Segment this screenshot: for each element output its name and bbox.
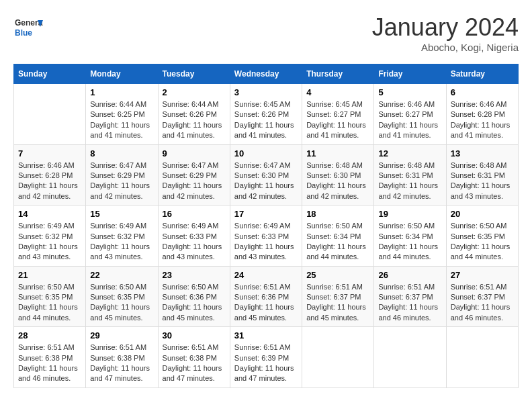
day-cell: 7 Sunrise: 6:46 AM Sunset: 6:28 PM Dayli… [14, 144, 86, 205]
day-info: Sunrise: 6:49 AM Sunset: 6:33 PM Dayligh… [234, 221, 298, 263]
day-info: Sunrise: 6:48 AM Sunset: 6:31 PM Dayligh… [451, 161, 514, 202]
daylight-text: Daylight: 11 hours and 44 minutes. [306, 242, 369, 263]
sunrise-text: Sunrise: 6:47 AM [163, 161, 226, 171]
day-cell: 4 Sunrise: 6:45 AM Sunset: 6:27 PM Dayli… [302, 84, 374, 145]
daylight-text: Daylight: 11 hours and 42 minutes. [163, 181, 226, 201]
sunrise-text: Sunrise: 6:44 AM [90, 99, 153, 109]
day-cell: 21 Sunrise: 6:50 AM Sunset: 6:35 PM Dayl… [14, 266, 86, 327]
sunrise-text: Sunrise: 6:49 AM [234, 221, 298, 231]
day-number: 14 [18, 209, 81, 219]
day-number: 20 [451, 209, 514, 219]
week-row-1: 1 Sunrise: 6:44 AM Sunset: 6:25 PM Dayli… [14, 84, 519, 145]
day-info: Sunrise: 6:49 AM Sunset: 6:33 PM Dayligh… [163, 221, 226, 263]
daylight-text: Daylight: 11 hours and 47 minutes. [234, 363, 298, 384]
header-cell-wednesday: Wednesday [230, 64, 302, 84]
sunset-text: Sunset: 6:37 PM [378, 292, 441, 302]
day-cell: 8 Sunrise: 6:47 AM Sunset: 6:29 PM Dayli… [86, 144, 158, 205]
sunrise-text: Sunrise: 6:51 AM [90, 342, 153, 353]
daylight-text: Daylight: 11 hours and 42 minutes. [234, 181, 298, 201]
day-cell: 18 Sunrise: 6:50 AM Sunset: 6:34 PM Dayl… [302, 205, 374, 267]
day-number: 27 [451, 270, 514, 280]
week-row-5: 28 Sunrise: 6:51 AM Sunset: 6:38 PM Dayl… [14, 327, 519, 388]
sunrise-text: Sunrise: 6:46 AM [18, 161, 81, 171]
day-info: Sunrise: 6:50 AM Sunset: 6:35 PM Dayligh… [90, 282, 153, 324]
sunset-text: Sunset: 6:28 PM [18, 171, 81, 181]
day-info: Sunrise: 6:46 AM Sunset: 6:28 PM Dayligh… [451, 99, 514, 141]
day-cell: 22 Sunrise: 6:50 AM Sunset: 6:35 PM Dayl… [86, 266, 158, 327]
title-block: January 2024 Abocho, Kogi, Nigeria [372, 13, 519, 53]
header-cell-sunday: Sunday [14, 64, 86, 84]
daylight-text: Daylight: 11 hours and 45 minutes. [90, 302, 153, 323]
day-number: 8 [90, 148, 153, 158]
daylight-text: Daylight: 11 hours and 44 minutes. [18, 302, 81, 323]
sunrise-text: Sunrise: 6:51 AM [163, 342, 226, 353]
daylight-text: Daylight: 11 hours and 44 minutes. [378, 242, 441, 263]
sunset-text: Sunset: 6:30 PM [234, 171, 298, 181]
sunrise-text: Sunrise: 6:51 AM [451, 282, 514, 292]
day-number: 16 [163, 209, 226, 219]
sunset-text: Sunset: 6:34 PM [306, 232, 369, 242]
sunset-text: Sunset: 6:25 PM [90, 109, 153, 120]
sunset-text: Sunset: 6:35 PM [90, 292, 153, 302]
day-info: Sunrise: 6:44 AM Sunset: 6:25 PM Dayligh… [90, 99, 153, 141]
daylight-text: Daylight: 11 hours and 45 minutes. [234, 302, 298, 323]
day-cell: 15 Sunrise: 6:49 AM Sunset: 6:32 PM Dayl… [86, 205, 158, 267]
daylight-text: Daylight: 11 hours and 43 minutes. [90, 242, 153, 263]
sunset-text: Sunset: 6:26 PM [234, 109, 298, 120]
sunset-text: Sunset: 6:39 PM [234, 353, 298, 363]
day-cell: 30 Sunrise: 6:51 AM Sunset: 6:38 PM Dayl… [158, 327, 230, 388]
sunrise-text: Sunrise: 6:51 AM [306, 282, 369, 292]
sunset-text: Sunset: 6:37 PM [306, 292, 369, 302]
week-row-3: 14 Sunrise: 6:49 AM Sunset: 6:32 PM Dayl… [14, 205, 519, 267]
day-cell: 25 Sunrise: 6:51 AM Sunset: 6:37 PM Dayl… [302, 266, 374, 327]
header-row: SundayMondayTuesdayWednesdayThursdayFrid… [14, 64, 519, 84]
sunrise-text: Sunrise: 6:48 AM [306, 161, 369, 171]
sunset-text: Sunset: 6:35 PM [451, 232, 514, 242]
sunrise-text: Sunrise: 6:50 AM [90, 282, 153, 292]
day-cell: 11 Sunrise: 6:48 AM Sunset: 6:30 PM Dayl… [302, 144, 374, 205]
sunset-text: Sunset: 6:27 PM [306, 109, 369, 120]
sunrise-text: Sunrise: 6:46 AM [451, 99, 514, 109]
day-number: 26 [378, 270, 441, 280]
sunset-text: Sunset: 6:37 PM [451, 292, 514, 302]
day-cell [446, 327, 518, 388]
day-info: Sunrise: 6:45 AM Sunset: 6:26 PM Dayligh… [234, 99, 298, 141]
sunset-text: Sunset: 6:34 PM [378, 232, 441, 242]
sunrise-text: Sunrise: 6:46 AM [378, 99, 441, 109]
sunset-text: Sunset: 6:32 PM [90, 232, 153, 242]
header-cell-monday: Monday [86, 64, 158, 84]
daylight-text: Daylight: 11 hours and 43 minutes. [451, 181, 514, 201]
day-number: 19 [378, 209, 441, 219]
day-info: Sunrise: 6:51 AM Sunset: 6:36 PM Dayligh… [234, 282, 298, 324]
day-number: 2 [163, 87, 226, 97]
day-info: Sunrise: 6:51 AM Sunset: 6:38 PM Dayligh… [163, 342, 226, 384]
day-number: 9 [163, 148, 226, 158]
day-number: 12 [378, 148, 441, 158]
day-info: Sunrise: 6:51 AM Sunset: 6:39 PM Dayligh… [234, 342, 298, 384]
svg-text:Blue: Blue [15, 28, 32, 38]
day-cell: 3 Sunrise: 6:45 AM Sunset: 6:26 PM Dayli… [230, 84, 302, 145]
sunrise-text: Sunrise: 6:45 AM [234, 99, 298, 109]
sunrise-text: Sunrise: 6:50 AM [378, 221, 441, 231]
day-info: Sunrise: 6:51 AM Sunset: 6:37 PM Dayligh… [378, 282, 441, 324]
sunrise-text: Sunrise: 6:45 AM [306, 99, 369, 109]
sunrise-text: Sunrise: 6:47 AM [234, 161, 298, 171]
day-number: 25 [306, 270, 369, 280]
day-info: Sunrise: 6:49 AM Sunset: 6:32 PM Dayligh… [18, 221, 81, 263]
day-cell: 19 Sunrise: 6:50 AM Sunset: 6:34 PM Dayl… [374, 205, 446, 267]
day-number: 15 [90, 209, 153, 219]
daylight-text: Daylight: 11 hours and 42 minutes. [90, 181, 153, 201]
day-number: 28 [18, 330, 81, 340]
day-info: Sunrise: 6:50 AM Sunset: 6:34 PM Dayligh… [306, 221, 369, 263]
day-info: Sunrise: 6:47 AM Sunset: 6:29 PM Dayligh… [163, 161, 226, 202]
day-cell: 31 Sunrise: 6:51 AM Sunset: 6:39 PM Dayl… [230, 327, 302, 388]
sunset-text: Sunset: 6:36 PM [234, 292, 298, 302]
day-cell: 29 Sunrise: 6:51 AM Sunset: 6:38 PM Dayl… [86, 327, 158, 388]
day-cell: 12 Sunrise: 6:48 AM Sunset: 6:31 PM Dayl… [374, 144, 446, 205]
day-number: 21 [18, 270, 81, 280]
day-info: Sunrise: 6:48 AM Sunset: 6:31 PM Dayligh… [378, 161, 441, 202]
daylight-text: Daylight: 11 hours and 43 minutes. [18, 242, 81, 263]
daylight-text: Daylight: 11 hours and 46 minutes. [18, 363, 81, 384]
day-cell: 9 Sunrise: 6:47 AM Sunset: 6:29 PM Dayli… [158, 144, 230, 205]
sunset-text: Sunset: 6:36 PM [163, 292, 226, 302]
